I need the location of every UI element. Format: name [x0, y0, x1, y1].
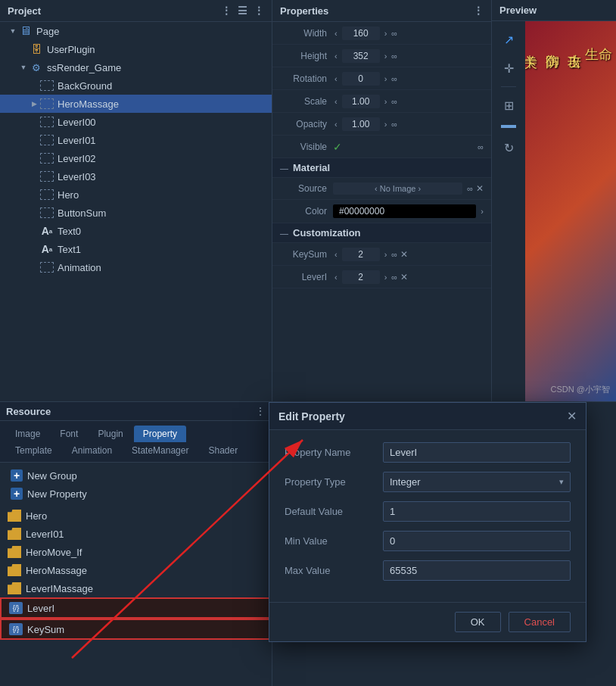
prop-label-leveri: LeverI: [280, 272, 333, 282]
height-left-arrow[interactable]: ‹: [333, 51, 339, 61]
field-input-prop-name[interactable]: [383, 442, 571, 463]
leveri02-icon: [39, 151, 54, 165]
visible-link-icon[interactable]: ∞: [478, 142, 484, 151]
keysum-value: 2: [342, 248, 380, 261]
height-link-icon[interactable]: ∞: [391, 51, 397, 61]
cursor-tool-icon[interactable]: ↗: [498, 29, 519, 50]
width-right-arrow[interactable]: ›: [383, 29, 389, 38]
prop-row-visible: Visible ✓ ∞: [272, 136, 491, 158]
tree-item-ssrender[interactable]: ▼ ⚙ ssRender_Game: [0, 58, 272, 76]
visible-check[interactable]: ✓: [333, 141, 342, 153]
preview-title: Preview: [499, 5, 537, 16]
material-source-value[interactable]: ‹ No Image ›: [333, 182, 462, 195]
tree-item-text0[interactable]: ▶ Aa Text0: [0, 222, 272, 240]
source-close-icon[interactable]: ✕: [476, 183, 484, 194]
keysum-left-arrow[interactable]: ‹: [333, 250, 339, 259]
color-right-arrow[interactable]: ›: [481, 207, 484, 216]
source-link-icon[interactable]: ∞: [467, 184, 473, 193]
opacity-right-arrow[interactable]: ›: [383, 120, 389, 129]
tree-item-leveri01[interactable]: ▶ LeverI01: [0, 131, 272, 149]
layers-tool-icon[interactable]: ⊞: [498, 95, 519, 116]
scale-left-arrow[interactable]: ‹: [333, 97, 339, 106]
field-select-prop-type[interactable]: Integer ▾: [383, 472, 571, 492]
keysum-right-arrow[interactable]: ›: [383, 250, 389, 259]
buttonsum-icon: [39, 206, 54, 220]
dialog-overlay: Edit Property ✕ Property Name Property T…: [0, 402, 616, 686]
dialog-title-bar: Edit Property ✕: [269, 403, 586, 430]
scale-right-arrow[interactable]: ›: [383, 97, 389, 106]
field-label-min: Min Value: [285, 535, 383, 547]
dialog-field-type: Property Type Integer ▾: [285, 472, 571, 492]
tree-label-leveri01: LeverI01: [58, 135, 96, 146]
dialog-close-btn[interactable]: ✕: [567, 409, 577, 423]
prop-row-keysum: KeySum ‹ 2 › ∞ ✕: [272, 243, 491, 266]
move-tool-icon[interactable]: ✛: [498, 58, 519, 79]
tree-item-text1[interactable]: ▶ Aa Text1: [0, 240, 272, 258]
tree-item-leveri00[interactable]: ▶ LeverI00: [0, 113, 272, 131]
tree-item-buttonsum[interactable]: ▶ ButtonSum: [0, 204, 272, 222]
customization-section-header: — Customization: [272, 223, 491, 243]
material-source-row: Source ‹ No Image › ∞ ✕: [272, 178, 491, 200]
ok-button[interactable]: OK: [455, 612, 501, 632]
scale-link-icon[interactable]: ∞: [391, 97, 397, 106]
material-color-value[interactable]: #00000000: [333, 204, 476, 218]
field-label-prop-name: Property Name: [285, 447, 383, 458]
tree-item-background[interactable]: ▶ BackGround: [0, 76, 272, 95]
expand-heromassage-arrow[interactable]: ▶: [29, 100, 39, 108]
tree-item-leveri03[interactable]: ▶ LeverI03: [0, 167, 272, 186]
cancel-button[interactable]: Cancel: [509, 612, 571, 632]
leveri01-icon: [39, 133, 54, 147]
project-more-icon[interactable]: ⋮: [254, 5, 264, 17]
properties-more-icon[interactable]: ⋮: [473, 5, 484, 17]
leveri-close-icon[interactable]: ✕: [400, 272, 408, 282]
preview-canvas[interactable]: 生命 攻击 防御 关卡 CSDN @小宇智: [525, 21, 616, 401]
prop-row-leveri: LeverI ‹ 2 › ∞ ✕: [272, 266, 491, 288]
project-list-icon[interactable]: ☰: [238, 5, 247, 17]
keysum-link-icon[interactable]: ∞: [391, 250, 397, 259]
project-panel: Project ⋮ ☰ ⋮ ▼ 🖥 Page ▶ 🗄 UserPlugin: [0, 0, 272, 401]
field-input-default[interactable]: [383, 501, 571, 522]
width-left-arrow[interactable]: ‹: [333, 29, 339, 38]
tree-item-heromassage[interactable]: ▶ HeroMassage: [0, 95, 272, 113]
field-label-default: Default Value: [285, 506, 383, 517]
tree-label-background: BackGround: [58, 80, 112, 92]
rotation-left-arrow[interactable]: ‹: [333, 74, 339, 83]
field-input-min[interactable]: [383, 531, 571, 551]
tree-item-hero[interactable]: ▶ Hero: [0, 186, 272, 204]
field-input-max[interactable]: [383, 560, 571, 581]
tree-item-userplugin[interactable]: ▶ 🗄 UserPlugin: [0, 40, 272, 58]
rotation-right-arrow[interactable]: ›: [383, 74, 389, 83]
rotation-link-icon[interactable]: ∞: [391, 74, 397, 83]
material-color-row: Color #00000000 ›: [272, 200, 491, 223]
tree-label-ssrender: ssRender_Game: [47, 62, 121, 73]
width-link-icon[interactable]: ∞: [391, 29, 397, 38]
prop-row-width: Width ‹ 160 › ∞: [272, 22, 491, 45]
prop-control-opacity: ‹ 1.00 › ∞: [333, 117, 484, 131]
material-collapse-icon[interactable]: —: [280, 164, 288, 173]
tool-separator: [501, 86, 516, 87]
expand-ssrender-arrow[interactable]: ▼: [18, 64, 29, 71]
tree-item-leveri02[interactable]: ▶ LeverI02: [0, 149, 272, 167]
prop-label-width: Width: [280, 28, 333, 39]
customization-collapse-icon[interactable]: —: [280, 229, 288, 238]
tree-label-leveri00: LeverI00: [58, 117, 96, 128]
preview-text-overlay: 生命 攻击 防御 关卡: [525, 44, 612, 72]
tree-item-animation[interactable]: ▶ Animation: [0, 258, 272, 276]
keysum-close-icon[interactable]: ✕: [400, 249, 408, 260]
prop-type-value: Integer: [390, 476, 420, 488]
project-header: Project ⋮ ☰ ⋮: [0, 0, 272, 22]
project-menu-icon[interactable]: ⋮: [221, 5, 232, 17]
leveri-link-icon[interactable]: ∞: [391, 273, 397, 282]
tree-item-page[interactable]: ▼ 🖥 Page: [0, 22, 272, 40]
prop-row-scale: Scale ‹ 1.00 › ∞: [272, 90, 491, 113]
material-source-label: Source: [280, 183, 333, 194]
refresh-tool-icon[interactable]: ↻: [498, 137, 519, 158]
expand-page-arrow[interactable]: ▼: [8, 27, 18, 35]
opacity-link-icon[interactable]: ∞: [391, 120, 397, 129]
leveri-left-arrow[interactable]: ‹: [333, 273, 339, 282]
prop-control-rotation: ‹ 0 › ∞: [333, 72, 484, 86]
animation-icon: [39, 260, 54, 274]
height-right-arrow[interactable]: ›: [383, 51, 389, 61]
leveri-right-arrow[interactable]: ›: [383, 273, 389, 282]
opacity-left-arrow[interactable]: ‹: [333, 120, 339, 129]
